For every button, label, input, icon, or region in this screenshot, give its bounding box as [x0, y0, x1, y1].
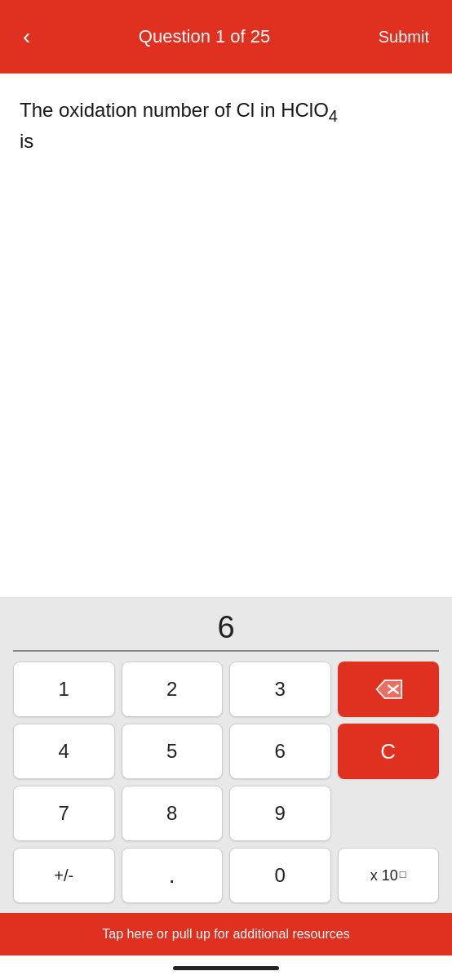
home-bar	[173, 966, 279, 970]
key-backspace[interactable]	[338, 662, 440, 717]
calc-display-wrapper: 6	[13, 597, 439, 652]
key-0[interactable]: 0	[229, 848, 331, 903]
key-x10[interactable]: x 10□	[338, 848, 440, 903]
question-subscript: 4	[329, 107, 338, 125]
key-9[interactable]: 9	[229, 786, 331, 841]
key-5[interactable]: 5	[122, 724, 224, 779]
bottom-bar[interactable]: Tap here or pull up for additional resou…	[0, 913, 452, 956]
key-empty-placeholder	[338, 786, 440, 841]
keypad: 1 2 3 4 5 6 C 7 8 9 +/- . 0 x 10□	[13, 662, 439, 913]
key-clear[interactable]: C	[338, 724, 440, 779]
key-decimal[interactable]: .	[122, 848, 224, 903]
question-area: The oxidation number of Cl in HClO4 is	[0, 74, 452, 597]
question-text: The oxidation number of Cl in HClO4 is	[20, 96, 432, 154]
key-3[interactable]: 3	[229, 662, 331, 717]
question-progress: Question 1 of 25	[139, 26, 270, 47]
question-text-before: The oxidation number of Cl in HClO4	[20, 99, 338, 121]
x10-label: x 10□	[370, 867, 406, 884]
key-sign[interactable]: +/-	[13, 848, 115, 903]
key-8[interactable]: 8	[122, 786, 224, 841]
header: ‹ Question 1 of 25 Submit	[0, 0, 452, 74]
backspace-icon	[374, 678, 403, 701]
question-text-after: is	[20, 130, 33, 152]
submit-button[interactable]: Submit	[372, 21, 436, 53]
key-7[interactable]: 7	[13, 786, 115, 841]
bottom-bar-text: Tap here or pull up for additional resou…	[102, 927, 349, 942]
back-button[interactable]: ‹	[16, 17, 37, 56]
key-1[interactable]: 1	[13, 662, 115, 717]
calc-display: 6	[202, 610, 250, 645]
key-2[interactable]: 2	[122, 662, 224, 717]
home-indicator	[0, 956, 452, 980]
key-4[interactable]: 4	[13, 724, 115, 779]
key-6[interactable]: 6	[229, 724, 331, 779]
calculator-area: 6 1 2 3 4 5 6 C 7 8 9 +/- . 0	[0, 597, 452, 913]
